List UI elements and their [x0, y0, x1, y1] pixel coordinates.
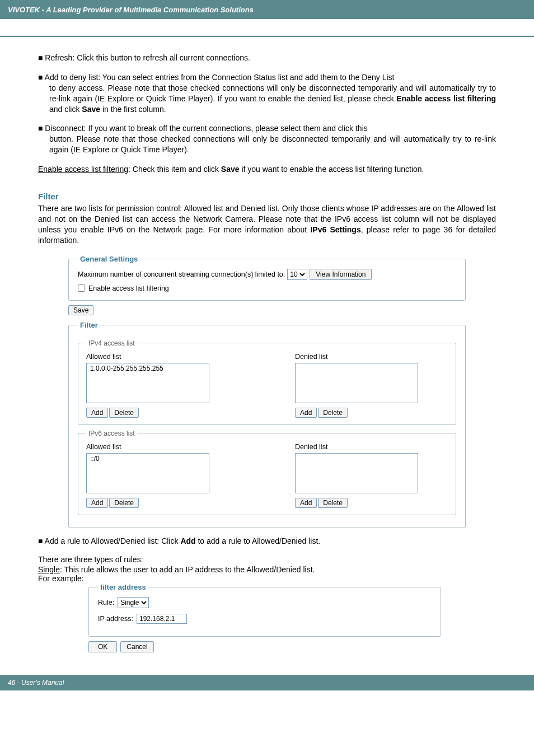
view-information-button[interactable]: View Information: [310, 269, 372, 280]
rule-label: Rule:: [98, 599, 114, 606]
filter-para: There are two lists for permission contr…: [38, 203, 496, 246]
concurrent-label: Maximum number of concurrent streaming c…: [78, 270, 285, 278]
concurrent-select[interactable]: 10: [287, 269, 307, 280]
three-types-line: There are three types of rules:: [38, 555, 496, 564]
for-example-line: For example:: [38, 574, 496, 583]
ipv4-legend: IPv4 access list: [86, 339, 137, 347]
ipv6-denied-delete-button[interactable]: Delete: [318, 498, 348, 508]
ipv6-denied-add-button[interactable]: Add: [295, 498, 317, 508]
filter-fieldset: Filter IPv4 access list Allowed list 1.0…: [68, 321, 466, 528]
footer-text: 46 - User's Manual: [8, 679, 64, 687]
concurrent-row: Maximum number of concurrent streaming c…: [78, 269, 456, 280]
ipv6-fieldset: IPv6 access list Allowed list ::/0 Add D…: [78, 430, 456, 515]
bullet-add-deny-bold: Enable access list filtering: [396, 94, 496, 103]
bullet-refresh-text: Refresh: Click this button to refresh al…: [45, 53, 250, 62]
ipv6-allowed-add-button[interactable]: Add: [86, 498, 108, 508]
ipv6-denied-buttons: Add Delete: [295, 498, 448, 508]
single-rule-line: Single: This rule allows the user to add…: [38, 565, 496, 574]
ok-cancel-row: OK Cancel: [88, 641, 441, 652]
ipv4-allowed-label: Allowed list: [86, 353, 239, 361]
enable-filtering-row: Enable access list filtering: [78, 284, 456, 292]
single-rest: : This rule allows the user to add an IP…: [60, 565, 315, 574]
save-button[interactable]: Save: [68, 305, 93, 315]
ipv6-columns: Allowed list ::/0 Add Delete Denied list: [86, 443, 448, 508]
ip-label: IP address:: [98, 615, 133, 623]
add-rule-after: to add a rule to Allowed/Denied list.: [196, 536, 321, 545]
bullet-add-deny-line1: Add to deny list: You can select entries…: [45, 73, 395, 82]
ipv4-allowed-buttons: Add Delete: [86, 408, 239, 418]
enable-access-bold: Save: [221, 165, 240, 174]
ipv6-allowed-label: Allowed list: [86, 443, 239, 451]
ipv4-denied-col: Denied list Add Delete: [295, 353, 448, 418]
bullet-disconnect-line1: Disconnect: If you want to break off the…: [45, 124, 367, 133]
ipv4-allowed-listbox[interactable]: 1.0.0.0-255.255.255.255: [86, 363, 209, 403]
general-settings-legend: General Settings: [78, 255, 140, 263]
ipv4-allowed-item: 1.0.0.0-255.255.255.255: [90, 365, 163, 372]
bullet-add-deny-bold2: Save: [82, 105, 100, 114]
ipv4-allowed-col: Allowed list 1.0.0.0-255.255.255.255 Add…: [86, 353, 239, 418]
bullet-add-rule: ■ Add a rule to Allowed/Denied list: Cli…: [38, 536, 496, 547]
ipv6-allowed-listbox[interactable]: ::/0: [86, 453, 209, 493]
enable-access-before: : Check this item and click: [128, 165, 221, 174]
header-title: VIVOTEK - A Leading Provider of Multimed…: [8, 6, 254, 14]
ipv6-denied-label: Denied list: [295, 443, 448, 451]
ipv4-denied-add-button[interactable]: Add: [295, 408, 317, 418]
add-rule-before: Add a rule to Allowed/Denied list: Click: [45, 536, 181, 545]
enable-access-after: if you want to enable the access list fi…: [240, 165, 424, 174]
enable-filtering-checkbox[interactable]: [78, 284, 85, 292]
enable-filtering-label: Enable access list filtering: [88, 284, 169, 292]
ip-row: IP address:: [98, 614, 432, 624]
ipv6-denied-listbox[interactable]: [295, 453, 418, 493]
ipv6-denied-col: Denied list Add Delete: [295, 443, 448, 508]
ipv4-denied-listbox[interactable]: [295, 363, 418, 403]
ipv4-columns: Allowed list 1.0.0.0-255.255.255.255 Add…: [86, 353, 448, 418]
bullet-add-deny-after: and click: [49, 105, 82, 114]
ipv4-fieldset: IPv4 access list Allowed list 1.0.0.0-25…: [78, 339, 456, 425]
ipv6-allowed-delete-button[interactable]: Delete: [109, 498, 139, 508]
ipv6-allowed-item: ::/0: [90, 455, 100, 463]
ipv6-legend: IPv6 access list: [86, 430, 137, 437]
ipv4-allowed-add-button[interactable]: Add: [86, 408, 108, 418]
enable-access-underline: Enable access list filtering: [38, 165, 128, 174]
ipv6-allowed-buttons: Add Delete: [86, 498, 239, 508]
ipv4-denied-label: Denied list: [295, 353, 448, 361]
ipv4-allowed-delete-button[interactable]: Delete: [109, 408, 139, 418]
page-header: VIVOTEK - A Leading Provider of Multimed…: [0, 0, 534, 19]
bullet-marker-icon: ■: [38, 53, 45, 62]
filter-legend: Filter: [78, 321, 100, 329]
general-settings-fieldset: General Settings Maximum number of concu…: [68, 255, 466, 301]
enable-access-para: Enable access list filtering: Check this…: [38, 164, 496, 175]
cancel-button[interactable]: Cancel: [120, 641, 153, 652]
bullet-marker-icon: ■: [38, 124, 45, 133]
filter-heading: Filter: [38, 192, 496, 201]
bullet-marker-icon: ■: [38, 73, 45, 82]
bullet-add-deny-tail: in the first column.: [100, 105, 166, 114]
bullet-add-deny: ■ Add to deny list: You can select entri…: [38, 72, 496, 115]
add-rule-bold: Add: [180, 536, 195, 545]
bullet-refresh: ■ Refresh: Click this button to refresh …: [38, 53, 496, 63]
single-underline: Single: [38, 565, 60, 574]
filter-para-bold: IPv6 Settings: [310, 225, 360, 234]
ipv6-allowed-col: Allowed list ::/0 Add Delete: [86, 443, 239, 508]
bullet-disconnect-cont: button. Please note that those checked c…: [38, 134, 496, 155]
ipv4-denied-delete-button[interactable]: Delete: [318, 408, 348, 418]
general-settings-screenshot: General Settings Maximum number of concu…: [68, 255, 466, 528]
bullet-disconnect: ■ Disconnect: If you want to break off t…: [38, 123, 496, 155]
bullet-add-deny-cont: to deny access. Please note that those c…: [38, 83, 496, 115]
filter-address-screenshot: filter address Rule: Single IP address: …: [88, 583, 441, 652]
content-area: ■ Refresh: Click this button to refresh …: [0, 37, 534, 652]
filter-address-legend: filter address: [98, 583, 148, 591]
rule-row: Rule: Single: [98, 597, 432, 608]
ipv4-denied-buttons: Add Delete: [295, 408, 448, 418]
rule-select[interactable]: Single: [118, 597, 149, 608]
ok-button[interactable]: OK: [88, 641, 117, 652]
ip-input[interactable]: [137, 614, 187, 624]
bullet-marker-icon: ■: [38, 536, 45, 545]
filter-address-fieldset: filter address Rule: Single IP address:: [88, 583, 441, 637]
page-footer: 46 - User's Manual: [0, 675, 534, 690]
